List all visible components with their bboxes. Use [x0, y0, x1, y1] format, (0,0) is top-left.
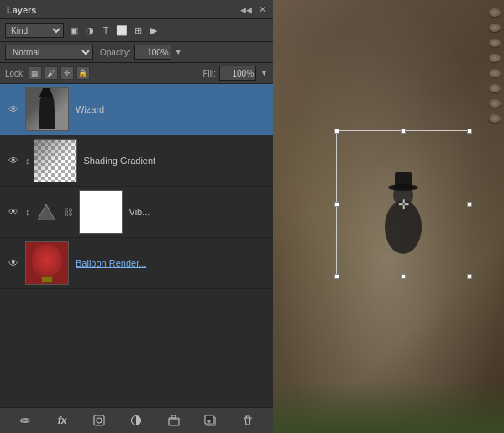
eye-icon-wizard[interactable]: 👁	[8, 103, 18, 115]
figure-svg	[365, 143, 441, 261]
stone-4	[489, 54, 501, 62]
delete-layer-button[interactable]	[239, 412, 256, 429]
wizard-info: Wizard	[76, 104, 268, 114]
collapse-icon[interactable]: ◀◀	[240, 6, 252, 14]
wizard-thumbnail	[25, 87, 69, 131]
fill-label: Fill:	[203, 69, 217, 78]
type-icon[interactable]: T	[99, 24, 113, 37]
shading-overlay-art	[34, 140, 76, 182]
video-icon[interactable]: ▶	[147, 24, 160, 37]
new-adjustment-button[interactable]	[128, 412, 144, 429]
shading-thumbnail	[34, 139, 77, 182]
wall-stones	[487, 0, 504, 433]
layer-item-vibrance[interactable]: 👁 ↕ ⛓ Vib...	[0, 187, 273, 238]
vibrance-thumbnail	[79, 190, 123, 234]
eye-icon-balloon[interactable]: 👁	[8, 257, 18, 269]
balloon-name: Balloon Render...	[76, 258, 268, 268]
panel-header-controls: ◀◀ ✕	[240, 4, 266, 15]
stone-5	[489, 69, 501, 77]
layers-panel: Layers ◀◀ ✕ Kind ▣ ◑ T ⬜ ⊞ ▶ Normal Opac…	[0, 0, 273, 433]
layer-item-shading[interactable]: 👁 ↕ Shading Gradient	[0, 135, 273, 187]
balloon-visibility[interactable]: 👁	[5, 257, 22, 269]
shading-visibility[interactable]: 👁	[5, 155, 22, 166]
kind-select[interactable]: Kind	[5, 23, 64, 38]
balloon-art	[32, 244, 62, 276]
layer-item-balloon[interactable]: 👁 Balloon Render...	[0, 238, 273, 289]
opacity-input[interactable]	[134, 45, 171, 60]
smart-object-icon[interactable]: ⊞	[131, 24, 144, 37]
blend-mode-row: Normal Opacity: ▼	[0, 42, 273, 63]
ground-plants	[273, 383, 504, 433]
close-icon[interactable]: ✕	[259, 4, 266, 15]
list-padding	[0, 289, 273, 306]
svg-point-2	[97, 418, 102, 423]
lock-pixels-icon[interactable]: ▦	[29, 66, 42, 80]
wizard-thumb-art	[26, 88, 68, 130]
lock-row: Lock: ▦ 🖌 ✛ 🔒 Fill: ▼	[0, 63, 273, 84]
stone-7	[489, 99, 501, 108]
vibrance-name: Vib...	[129, 207, 269, 217]
vibrance-chain-icon: ⛓	[62, 205, 76, 219]
layer-item-wizard[interactable]: 👁 Wizard	[0, 84, 273, 135]
pixel-icon[interactable]: ▣	[67, 24, 81, 37]
balloon-info: Balloon Render...	[76, 258, 268, 268]
layers-list: 👁 Wizard 👁 ↕ Shading Gradient	[0, 84, 273, 407]
stone-3	[489, 39, 501, 47]
new-group-button[interactable]	[165, 412, 182, 429]
svg-point-8	[385, 200, 422, 254]
basket-art	[41, 276, 53, 283]
vibrance-triangle-icon	[34, 199, 59, 224]
lock-all-icon[interactable]: 🔒	[76, 66, 90, 80]
panel-title: Layers	[7, 5, 36, 15]
opacity-arrow-icon[interactable]: ▼	[175, 48, 182, 56]
wizard-name: Wizard	[76, 104, 268, 114]
vibrance-info: Vib...	[129, 207, 269, 217]
svg-marker-0	[38, 204, 55, 219]
fill-input[interactable]	[219, 66, 256, 81]
svg-rect-5	[171, 415, 176, 418]
svg-rect-11	[395, 172, 412, 189]
stone-6	[489, 84, 501, 92]
kind-row: Kind ▣ ◑ T ⬜ ⊞ ▶	[0, 19, 273, 42]
svg-rect-1	[94, 415, 104, 425]
wizard-visibility[interactable]: 👁	[5, 103, 22, 115]
eye-icon-vibrance[interactable]: 👁	[8, 206, 18, 218]
link-layers-button[interactable]	[17, 412, 34, 429]
opacity-label: Opacity:	[100, 48, 131, 57]
stone-1	[489, 8, 501, 17]
wizard-figure-art	[35, 93, 59, 129]
vibrance-link-icon: ↕	[25, 207, 30, 217]
canvas-area: ✛	[273, 0, 504, 433]
shading-name: Shading Gradient	[84, 156, 269, 166]
blend-mode-select[interactable]: Normal	[5, 45, 93, 60]
svg-rect-4	[169, 418, 179, 425]
panel-header: Layers ◀◀ ✕	[0, 0, 273, 19]
layer-fx-button[interactable]: fx	[54, 412, 71, 429]
kind-icons: ▣ ◑ T ⬜ ⊞ ▶	[67, 24, 160, 37]
wizard-hat-art	[38, 88, 55, 97]
fill-arrow-icon[interactable]: ▼	[260, 69, 268, 77]
shading-info: Shading Gradient	[84, 156, 269, 166]
lock-label: Lock:	[5, 69, 25, 78]
adjustment-icon[interactable]: ◑	[83, 24, 97, 37]
lock-image-icon[interactable]: 🖌	[45, 66, 58, 80]
eye-icon-shading[interactable]: 👁	[8, 155, 18, 166]
new-layer-button[interactable]	[202, 412, 219, 429]
stone-2	[489, 24, 501, 32]
shading-link-icon: ↕	[25, 156, 30, 166]
balloon-thumbnail	[25, 241, 69, 285]
stone-8	[489, 114, 501, 123]
figure-silhouette-area	[349, 135, 458, 269]
lock-icons: ▦ 🖌 ✛ 🔒	[29, 66, 90, 80]
shape-icon[interactable]: ⬜	[115, 24, 129, 37]
vibrance-visibility[interactable]: 👁	[5, 206, 22, 218]
lock-position-icon[interactable]: ✛	[60, 66, 74, 80]
layer-mask-button[interactable]	[91, 412, 108, 429]
layers-toolbar: fx	[0, 407, 273, 433]
